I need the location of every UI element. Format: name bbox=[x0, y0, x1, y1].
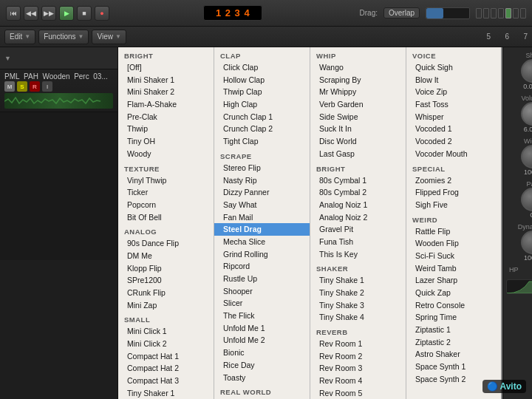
preset-item[interactable]: Tiny Shake 4 bbox=[310, 311, 406, 324]
preset-item[interactable]: Unfold Me 2 bbox=[214, 334, 310, 347]
preset-item[interactable]: Weird Tamb bbox=[406, 262, 501, 275]
preset-item[interactable]: Crunch Clap 1 bbox=[214, 111, 310, 123]
preset-item[interactable]: Blow It bbox=[406, 74, 501, 86]
preset-item[interactable]: Thwip bbox=[118, 123, 214, 135]
edit-button[interactable]: Edit ▼ bbox=[4, 30, 35, 44]
preset-item[interactable]: Toasty bbox=[214, 372, 310, 384]
preset-item[interactable]: Rev Room 3 bbox=[310, 362, 406, 375]
preset-item[interactable]: Rattle Flip bbox=[406, 225, 501, 238]
preset-item[interactable]: Fan Mail bbox=[214, 211, 310, 224]
preset-item[interactable]: [Off] bbox=[118, 61, 214, 74]
preset-item[interactable]: Tiny OH bbox=[118, 135, 214, 148]
preset-item[interactable]: Wango bbox=[310, 61, 406, 74]
preset-item[interactable]: Compact Hat 2 bbox=[118, 362, 214, 375]
preset-item[interactable]: Space Synth 1 bbox=[406, 361, 501, 373]
preset-item[interactable]: Retro Console bbox=[406, 299, 501, 312]
preset-item[interactable]: Click Clap bbox=[214, 61, 310, 74]
preset-item[interactable]: Analog Noiz 2 bbox=[310, 211, 406, 224]
play-button[interactable]: ▶ bbox=[59, 6, 74, 21]
preset-item[interactable]: Mecha Slice bbox=[214, 236, 310, 248]
volume-knob[interactable] bbox=[521, 102, 533, 126]
preset-item[interactable]: Mini Zap bbox=[118, 299, 214, 312]
preset-item[interactable]: Rev Room 5 bbox=[310, 387, 406, 399]
view-button[interactable]: View ▼ bbox=[92, 30, 126, 44]
record-button[interactable]: ● bbox=[95, 6, 109, 21]
preset-item[interactable]: Scraping By bbox=[310, 74, 406, 86]
preset-item[interactable]: 80s Cymbal 1 bbox=[310, 174, 406, 187]
preset-item[interactable]: Mini Click 2 bbox=[118, 338, 214, 350]
preset-item[interactable]: Klopp Flip bbox=[118, 262, 214, 275]
preset-item[interactable]: Pre-Clak bbox=[118, 111, 214, 123]
preset-item[interactable]: Rev Room 2 bbox=[310, 350, 406, 363]
preset-item[interactable]: CRunk Flip bbox=[118, 287, 214, 299]
shift-knob[interactable] bbox=[521, 59, 533, 83]
preset-item[interactable]: Whisper bbox=[406, 111, 501, 123]
preset-item[interactable]: Popcorn bbox=[118, 199, 214, 211]
dynamics-knob[interactable] bbox=[521, 231, 533, 254]
preset-item[interactable]: Crunch Clap 2 bbox=[214, 123, 310, 135]
preset-item[interactable]: Funa Tish bbox=[310, 236, 406, 248]
preset-item[interactable]: Ziptastic 1 bbox=[406, 324, 501, 336]
preset-item[interactable]: Sigh Five bbox=[406, 199, 501, 211]
preset-item[interactable]: Bit Of Bell bbox=[118, 211, 214, 224]
preset-item[interactable]: Zoomies 2 bbox=[406, 174, 501, 187]
preset-item[interactable]: Flam-A-Shake bbox=[118, 98, 214, 111]
preset-item[interactable]: Bionic bbox=[214, 347, 310, 359]
preset-item[interactable]: Gravel Pit bbox=[310, 223, 406, 236]
preset-item[interactable]: Quick Sigh bbox=[406, 61, 501, 74]
preset-item[interactable]: Last Gasp bbox=[310, 148, 406, 160]
preset-item[interactable]: The Flick bbox=[214, 310, 310, 322]
preset-item[interactable]: Dizzy Panner bbox=[214, 186, 310, 199]
preset-item[interactable]: Tiny Shake 3 bbox=[310, 299, 406, 312]
preset-item[interactable]: Mini Shaker 2 bbox=[118, 86, 214, 98]
preset-item[interactable]: DM Me bbox=[118, 250, 214, 262]
preset-item[interactable]: 80s Cymbal 2 bbox=[310, 186, 406, 199]
stop-button[interactable]: ■ bbox=[77, 6, 92, 21]
functions-button[interactable]: Functions ▼ bbox=[38, 30, 89, 44]
preset-item[interactable]: Mini Shaker 1 bbox=[118, 74, 214, 86]
preset-item[interactable]: Vinyl Thwip bbox=[118, 174, 214, 187]
position-slider[interactable] bbox=[426, 7, 470, 19]
preset-item[interactable]: Wooden Flip bbox=[406, 237, 501, 250]
preset-item[interactable]: Suck It In bbox=[310, 123, 406, 135]
preset-item[interactable]: Compact Hat 3 bbox=[118, 375, 214, 387]
preset-item[interactable]: Flipped Frog bbox=[406, 186, 501, 199]
preset-item[interactable]: Rice Day bbox=[214, 359, 310, 372]
preset-item[interactable]: Sci-Fi Suck bbox=[406, 250, 501, 262]
preset-item[interactable]: Compact Hat 1 bbox=[118, 350, 214, 363]
preset-item[interactable]: 90s Dance Flip bbox=[118, 237, 214, 250]
preset-item[interactable]: Tiny Shake 2 bbox=[310, 287, 406, 299]
preset-item[interactable]: Astro Shaker bbox=[406, 348, 501, 361]
pan-knob[interactable] bbox=[521, 188, 533, 211]
preset-item[interactable]: Thwip Clap bbox=[214, 86, 310, 98]
preset-item[interactable]: Steel Drag bbox=[214, 223, 310, 236]
preset-item[interactable]: Disc World bbox=[310, 135, 406, 148]
preset-item[interactable]: Lazer Sharp bbox=[406, 274, 501, 287]
input-button[interactable]: I bbox=[42, 81, 52, 92]
preset-item[interactable]: Mr Whippy bbox=[310, 86, 406, 98]
preset-item[interactable]: Ticker bbox=[118, 186, 214, 199]
mute-button[interactable]: M bbox=[4, 81, 15, 92]
solo-button[interactable]: S bbox=[17, 81, 27, 92]
preset-item[interactable]: Quick Zap bbox=[406, 287, 501, 299]
overlap-button[interactable]: Overlap bbox=[383, 7, 420, 18]
forward-button[interactable]: ▶▶ bbox=[41, 6, 56, 21]
preset-item[interactable]: Vocoded 2 bbox=[406, 135, 501, 148]
preset-item[interactable]: High Clap bbox=[214, 98, 310, 111]
preset-item[interactable]: Stereo Flip bbox=[214, 162, 310, 174]
preset-item[interactable]: Spring Time bbox=[406, 311, 501, 324]
preset-item[interactable]: Side Swipe bbox=[310, 111, 406, 123]
filter-display[interactable] bbox=[506, 279, 532, 294]
preset-item[interactable]: Voice Zip bbox=[406, 86, 501, 98]
preset-item[interactable]: Tight Clap bbox=[214, 135, 310, 148]
preset-item[interactable]: Vocoder Mouth bbox=[406, 148, 501, 160]
preset-item[interactable]: Say What bbox=[214, 199, 310, 211]
record-arm-button[interactable]: R bbox=[30, 81, 40, 92]
preset-item[interactable]: Slicer bbox=[214, 297, 310, 310]
preset-item[interactable]: Nasty Rip bbox=[214, 174, 310, 187]
preset-item[interactable]: SPre1200 bbox=[118, 274, 214, 287]
preset-item[interactable]: Ripcord bbox=[214, 260, 310, 273]
preset-item[interactable]: Fast Toss bbox=[406, 98, 501, 111]
back-button[interactable]: ◀◀ bbox=[24, 6, 38, 21]
preset-item[interactable]: Rev Room 4 bbox=[310, 375, 406, 387]
